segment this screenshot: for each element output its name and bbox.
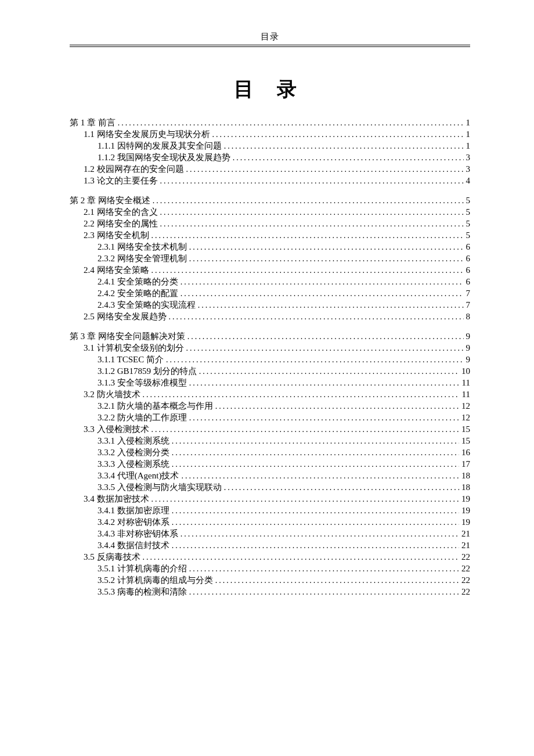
- toc-entry[interactable]: 2.5 网络安全发展趋势8: [70, 311, 470, 322]
- toc-entry-text: 1.1.2 我国网络安全现状及发展趋势: [98, 153, 230, 162]
- toc-leader-dots: [172, 437, 459, 445]
- running-head: 目录: [70, 31, 470, 42]
- toc-entry[interactable]: 1.1.1 因特网的发展及其安全问题1: [70, 140, 470, 152]
- toc-entry[interactable]: 3.5.3 病毒的检测和清除22: [70, 586, 470, 597]
- toc-entry-page: 15: [461, 437, 470, 445]
- toc-entry-page: 11: [462, 379, 470, 387]
- toc-entry[interactable]: 3.2.2 防火墙的工作原理12: [70, 412, 470, 423]
- toc-leader-dots: [172, 542, 459, 550]
- toc-entry-text: 2.5 网络安全发展趋势: [84, 312, 167, 321]
- toc-entry-text: 3.1.2 GB17859 划分的特点: [98, 367, 197, 376]
- toc-entry-text: 3.4.1 数据加密原理: [98, 506, 169, 515]
- toc-entry[interactable]: 3.3.2 入侵检测分类16: [70, 447, 470, 458]
- toc-entry-page: 19: [461, 518, 470, 527]
- toc-entry[interactable]: 3.1.2 GB17859 划分的特点10: [70, 365, 470, 377]
- toc-entry[interactable]: 2.4 网络安全策略6: [70, 264, 470, 276]
- toc-entry[interactable]: 2.2 网络安全的属性5: [70, 218, 470, 229]
- toc-leader-dots: [181, 530, 459, 538]
- toc-entry-text: 3.3.1 入侵检测系统: [98, 437, 169, 445]
- toc-leader-dots: [215, 577, 459, 585]
- toc-entry[interactable]: 3.5.1 计算机病毒的介绍22: [70, 563, 470, 574]
- toc-entry-text: 3.2.1 防火墙的基本概念与作用: [98, 402, 213, 411]
- toc-leader-dots: [189, 588, 459, 596]
- toc-entry-page: 7: [466, 289, 471, 298]
- toc-leader-dots: [189, 379, 460, 387]
- toc-entry-page: 3: [466, 165, 471, 174]
- toc-entry[interactable]: 2.3 网络安全机制5: [70, 229, 470, 241]
- toc-entry[interactable]: 3.2 防火墙技术11: [70, 388, 470, 400]
- toc-entry-text: 3.3.3 入侵检测系统: [98, 460, 169, 469]
- toc-entry-text: 3.5.2 计算机病毒的组成与分类: [98, 576, 213, 585]
- toc-leader-dots: [172, 507, 459, 515]
- toc-leader-dots: [215, 402, 459, 411]
- toc-entry[interactable]: 第 3 章 网络安全问题解决对策9: [70, 330, 470, 342]
- toc-leader-dots: [187, 333, 464, 341]
- toc-entry-page: 8: [466, 312, 471, 321]
- toc-entry-page: 22: [461, 576, 470, 585]
- toc-entry-page: 18: [461, 471, 470, 480]
- toc-leader-dots: [151, 232, 464, 240]
- toc-entry[interactable]: 3.3.4 代理(Agent)技术18: [70, 470, 470, 481]
- toc-entry-page: 19: [461, 506, 470, 515]
- toc-leader-dots: [189, 255, 464, 263]
- toc-entry[interactable]: 1.1.2 我国网络安全现状及发展趋势3: [70, 152, 470, 163]
- toc-leader-dots: [151, 426, 460, 434]
- toc-entry-page: 5: [466, 231, 471, 240]
- toc-entry-page: 11: [462, 390, 470, 399]
- toc-entry[interactable]: 3.3.3 入侵检测系统17: [70, 458, 470, 470]
- toc-entry-text: 1.1.1 因特网的发展及其安全问题: [98, 142, 222, 150]
- toc-entry[interactable]: 3.4.3 非对称密钥体系21: [70, 528, 470, 539]
- header-rule-top: [70, 45, 470, 45]
- toc-entry-text: 3.3.5 入侵检测与防火墙实现联动: [98, 483, 222, 492]
- toc-entry-page: 19: [461, 495, 470, 503]
- toc-leader-dots: [151, 267, 464, 275]
- toc-leader-dots: [212, 131, 464, 139]
- toc-entry-text: 3.3.2 入侵检测分类: [98, 448, 169, 457]
- toc-entry-text: 3.3 入侵检测技术: [84, 425, 149, 434]
- toc-entry[interactable]: 3.1 计算机安全级别的划分9: [70, 342, 470, 354]
- toc-entry[interactable]: 2.4.3 安全策略的实现流程7: [70, 299, 470, 311]
- toc-leader-dots: [181, 472, 459, 480]
- toc-entry-text: 3.4.4 数据信封技术: [98, 541, 169, 550]
- toc-entry[interactable]: 3.4.2 对称密钥体系19: [70, 516, 470, 528]
- toc-entry-page: 6: [466, 278, 471, 286]
- toc-entry-text: 2.2 网络安全的属性: [84, 219, 158, 228]
- toc-entry-text: 3.5 反病毒技术: [84, 553, 140, 561]
- toc-entry[interactable]: 3.4.4 数据信封技术21: [70, 539, 470, 551]
- toc-entry[interactable]: 3.1.1 TCSEC 简介9: [70, 354, 470, 365]
- toc-entry[interactable]: 3.3.1 入侵检测系统15: [70, 435, 470, 447]
- toc-entry[interactable]: 1.3 论文的主要任务4: [70, 175, 470, 186]
- toc-entry[interactable]: 2.4.2 安全策略的配置7: [70, 287, 470, 299]
- toc-entry[interactable]: 3.4 数据加密技术19: [70, 493, 470, 505]
- toc-entry[interactable]: 3.5 反病毒技术22: [70, 551, 470, 563]
- toc-entry[interactable]: 2.3.1 网络安全技术机制6: [70, 241, 470, 253]
- toc-leader-dots: [189, 565, 459, 573]
- toc-entry-text: 2.4.2 安全策略的配置: [98, 289, 178, 298]
- toc-entry[interactable]: 3.2.1 防火墙的基本概念与作用12: [70, 400, 470, 412]
- toc-entry[interactable]: 3.3 入侵检测技术15: [70, 423, 470, 435]
- toc-entry[interactable]: 1.1 网络安全发展历史与现状分析1: [70, 128, 470, 140]
- toc-entry-text: 2.3 网络安全机制: [84, 231, 149, 240]
- toc-entry[interactable]: 2.4.1 安全策略的分类6: [70, 276, 470, 287]
- toc-entry-page: 9: [466, 332, 471, 341]
- toc-entry-text: 2.3.1 网络安全技术机制: [98, 243, 187, 251]
- toc-leader-dots: [169, 313, 464, 321]
- toc-entry-page: 5: [466, 208, 471, 217]
- toc-leader-dots: [118, 119, 464, 127]
- toc-entry[interactable]: 3.4.1 数据加密原理19: [70, 505, 470, 516]
- toc-leader-dots: [172, 460, 459, 469]
- toc-entry[interactable]: 3.3.5 入侵检测与防火墙实现联动18: [70, 481, 470, 493]
- toc-entry[interactable]: 1.2 校园网存在的安全问题3: [70, 163, 470, 175]
- toc-entry-page: 15: [461, 425, 470, 434]
- toc-entry[interactable]: 3.1.3 安全等级标准模型11: [70, 377, 470, 388]
- toc-entry[interactable]: 第 1 章 前言1: [70, 117, 470, 128]
- toc-leader-dots: [224, 142, 464, 150]
- toc-entry[interactable]: 第 2 章 网络安全概述5: [70, 195, 470, 206]
- toc-entry[interactable]: 3.5.2 计算机病毒的组成与分类22: [70, 574, 470, 586]
- toc-entry[interactable]: 2.3.2 网络安全管理机制6: [70, 253, 470, 264]
- toc-entry-text: 1.1 网络安全发展历史与现状分析: [84, 130, 210, 139]
- toc-entry-text: 3.5.3 病毒的检测和清除: [98, 588, 187, 596]
- toc-entry-text: 2.4 网络安全策略: [84, 266, 149, 275]
- toc-entry-page: 9: [466, 344, 471, 352]
- toc-entry[interactable]: 2.1 网络安全的含义5: [70, 206, 470, 218]
